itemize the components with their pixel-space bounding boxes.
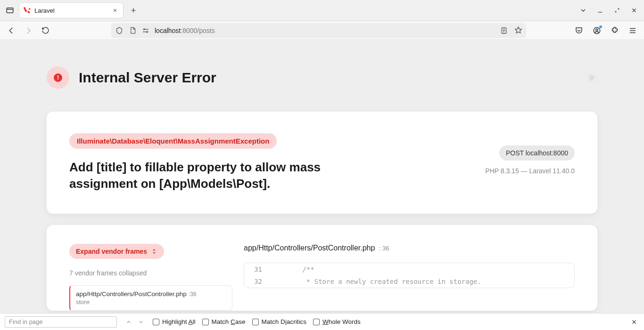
window-controls [579,6,641,15]
laravel-favicon-icon [23,7,31,14]
find-in-page-bar: Highlight All Match Case Match Diacritic… [0,313,644,330]
find-prev-button[interactable] [124,317,134,327]
find-input[interactable] [5,316,117,328]
svg-point-2 [147,31,148,32]
line-number: 32 [244,278,271,285]
page-viewport: ! Internal Server Error Illuminate\Datab… [0,40,644,313]
match-case-checkbox[interactable]: Match Case [202,318,246,325]
browser-toolbar: localhost:8000/posts [0,21,644,40]
checkbox-icon [313,319,320,325]
checkbox-icon [252,319,259,325]
svg-point-5 [596,29,598,31]
browser-tab[interactable]: Laravel [19,2,124,18]
page-title: Internal Server Error [79,70,216,86]
code-file-path: app/Http/Controllers/PostController.php [244,244,375,252]
svg-rect-0 [7,8,13,13]
whole-words-checkbox[interactable]: Whole Words [313,318,361,325]
url-text: localhost:8000/posts [155,27,215,34]
app-menu-icon[interactable] [628,26,637,35]
tab-title: Laravel [34,7,107,14]
back-button[interactable] [5,24,18,37]
bookmark-star-icon[interactable] [514,26,522,35]
code-file-heading: app/Http/Controllers/PostController.php … [244,244,575,252]
line-source: /** [271,266,574,273]
extensions-icon[interactable] [610,26,619,35]
chevron-up-down-icon [151,248,157,255]
highlight-all-checkbox[interactable]: Highlight All [153,318,196,325]
page-info-icon[interactable] [128,26,137,35]
line-number: 31 [244,266,271,273]
new-tab-button[interactable] [126,3,140,17]
url-bar[interactable]: localhost:8000/posts [111,23,526,38]
forward-button[interactable] [22,24,35,37]
match-diacritics-checkbox[interactable]: Match Diacritics [252,318,306,325]
checkbox-icon [202,319,209,325]
frame-function: store [76,298,226,306]
permissions-icon[interactable] [141,26,150,35]
version-info: PHP 8.3.15 — Laravel 11.40.0 [471,167,575,175]
expand-vendor-frames-button[interactable]: Expand vendor frames [69,244,164,259]
request-method-pill: POST localhost:8000 [499,145,575,161]
line-source: * Store a newly created resource in stor… [271,278,574,285]
error-header: ! Internal Server Error [47,66,597,89]
window-minimize-icon[interactable] [596,6,604,15]
code-snippet: 31 /** 32 * Store a newly created resour… [244,263,575,288]
account-icon[interactable] [592,26,602,35]
code-line: 32 * Store a newly created resource in s… [244,275,574,288]
shield-icon[interactable] [115,26,124,35]
frame-path: app/Http/Controllers/PostController.php [76,290,187,298]
tabs-dropdown-icon[interactable] [579,6,587,15]
tab-close-icon[interactable] [111,6,119,15]
code-file-line: : 36 [379,245,389,252]
find-close-button[interactable] [629,317,639,327]
reload-button[interactable] [39,24,52,37]
expand-vendor-frames-label: Expand vendor frames [76,248,147,255]
toolbar-right [574,26,639,35]
sidebar-toggle-icon[interactable] [3,3,17,17]
frame-line: :36 [189,291,197,298]
alert-icon: ! [54,73,62,82]
browser-tab-strip: Laravel [0,0,644,21]
stack-trace-card: Expand vendor frames 7 vendor frames col… [47,225,597,311]
find-next-button[interactable] [136,317,146,327]
svg-point-6 [590,76,594,80]
checkbox-icon [153,319,159,325]
notification-dot-icon [599,25,602,28]
exception-card: Illuminate\Database\Eloquent\MassAssignm… [47,112,597,214]
code-line: 31 /** [244,263,574,275]
reader-mode-icon[interactable] [500,26,508,35]
pocket-icon[interactable] [574,26,584,35]
error-message: Add [title] to fillable property to allo… [69,159,380,192]
theme-toggle-button[interactable] [586,72,597,83]
svg-point-1 [143,29,145,30]
exception-class-pill: Illuminate\Database\Eloquent\MassAssignm… [69,133,277,149]
stack-frame-item[interactable]: app/Http/Controllers/PostController.php … [69,285,232,311]
collapsed-frames-note: 7 vendor frames collapsed [69,269,232,277]
error-badge: ! [47,66,69,89]
window-close-icon[interactable] [630,6,638,15]
window-restore-icon[interactable] [613,6,621,15]
